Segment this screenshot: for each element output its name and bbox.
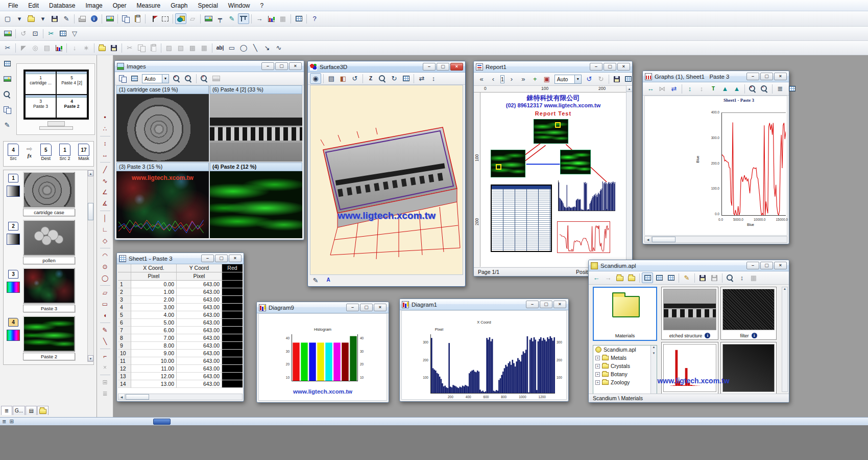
image-panel[interactable]: (6) Paste 4 [2] (33 %) xyxy=(210,85,302,162)
ellipse-measure-tool-icon[interactable]: ◯ xyxy=(100,273,111,283)
prev-page-icon[interactable]: ‹ xyxy=(488,74,499,84)
minimize-button[interactable] xyxy=(423,63,436,71)
layout-cell[interactable]: 5Paste 4 [2] xyxy=(56,71,87,95)
undo-view-icon[interactable]: ↺ xyxy=(349,73,360,84)
report-titlebar[interactable]: Report1 xyxy=(474,61,632,73)
table-row[interactable]: 1413.00643.00 xyxy=(118,380,243,388)
text-overlay-icon[interactable]: A xyxy=(323,275,334,286)
tree-item-metals[interactable]: +Metals xyxy=(593,354,657,362)
scroll-left-icon[interactable]: ◀ xyxy=(118,394,125,400)
roi-probe-icon[interactable]: ✂ xyxy=(2,42,13,53)
diagram1-titlebar[interactable]: Diagram1 xyxy=(400,299,568,310)
new-dropdown-icon[interactable]: ▾ xyxy=(14,13,25,24)
sheet-hscrollbar[interactable]: ◀ xyxy=(118,394,243,400)
maximize-button[interactable] xyxy=(760,262,773,269)
table-row[interactable]: 87.00643.00 xyxy=(118,334,243,342)
arrow-tool-icon[interactable]: ↘ xyxy=(261,42,273,53)
text-tool-icon[interactable]: ab| xyxy=(214,42,226,53)
report-zoom-select[interactable]: Auto xyxy=(554,75,582,84)
close-button[interactable] xyxy=(450,63,463,71)
vertical-distance-tool-icon[interactable]: ↕ xyxy=(100,139,111,149)
first-page-icon[interactable]: « xyxy=(476,74,487,84)
expand-icon[interactable]: + xyxy=(595,372,600,377)
zoom-out-icon[interactable]: − xyxy=(183,73,194,84)
send-to-sheet-icon[interactable]: → xyxy=(254,13,265,24)
report-image-1[interactable] xyxy=(534,119,568,144)
multipoint-tool-icon[interactable]: ∴ xyxy=(100,124,111,134)
inclined-distance-tool-icon[interactable]: ╱ xyxy=(100,165,111,175)
taskbar-list-icon[interactable]: ≣ xyxy=(2,419,6,424)
image-panel[interactable]: (4) Paste 2 (12 %) xyxy=(210,163,302,239)
paste-icon[interactable] xyxy=(132,13,143,24)
flag-marker-icon[interactable] xyxy=(148,13,159,24)
delete-page-icon[interactable]: ▣ xyxy=(541,74,552,84)
report-image-3[interactable] xyxy=(560,150,591,174)
maximize-button[interactable] xyxy=(275,62,288,70)
last-page-icon[interactable]: » xyxy=(518,74,529,84)
palette-icon[interactable]: ◧ xyxy=(337,73,349,84)
archive-item-filter[interactable]: filteri xyxy=(720,287,777,340)
scroll-thumb[interactable] xyxy=(88,203,93,220)
operand-src-2[interactable]: 1Src 2 xyxy=(59,144,70,161)
wand-tool-icon[interactable]: ╲ xyxy=(100,336,111,347)
segmentation-icon[interactable]: ✂ xyxy=(45,28,57,39)
minimize-button[interactable] xyxy=(261,62,274,70)
polygon-tool-icon[interactable]: ▱ xyxy=(100,288,111,298)
minimize-button[interactable] xyxy=(746,262,759,269)
scroll-up-icon[interactable]: ▲ xyxy=(88,170,93,176)
pointer-mode-icon[interactable]: ◉ xyxy=(310,73,321,84)
minimize-button[interactable] xyxy=(201,255,214,262)
gallery-item-paste-3[interactable]: 3Paste 3 xyxy=(4,266,93,314)
info-icon[interactable] xyxy=(88,13,100,24)
mesh-icon[interactable] xyxy=(400,73,412,84)
refresh-icon[interactable] xyxy=(725,272,736,283)
open-file-icon[interactable] xyxy=(26,13,37,24)
maximize-button[interactable] xyxy=(604,63,616,71)
close-button[interactable] xyxy=(774,262,787,269)
data-table-icon[interactable] xyxy=(57,28,68,39)
column-header[interactable]: Red xyxy=(222,264,243,272)
taskbar-grid-icon[interactable]: ⊞ xyxy=(9,419,13,424)
scroll-thumb[interactable] xyxy=(652,237,676,242)
z-scale-icon[interactable]: Z xyxy=(365,73,376,84)
minimize-button[interactable] xyxy=(346,304,359,311)
data-table[interactable]: X Coord.Y CoordRedPixelPixel10.00643.002… xyxy=(118,264,243,394)
image-panel[interactable]: (1) cartridge case (19 %) xyxy=(116,85,209,162)
operand-dest[interactable]: 5Dest xyxy=(40,144,52,161)
menu-item-image[interactable]: Image xyxy=(80,1,107,10)
magnifier-panel-icon[interactable] xyxy=(2,89,13,100)
archive-item-spectrum[interactable] xyxy=(661,342,718,394)
column-header[interactable]: Y Coord xyxy=(177,264,222,272)
worksheet-icon[interactable] xyxy=(293,13,304,24)
overlay-shapes-icon[interactable] xyxy=(175,13,186,24)
surface3d-view[interactable]: www.ligtech.xcom.tw xyxy=(310,85,463,275)
maximize-button[interactable] xyxy=(215,255,228,262)
chevron-down-icon[interactable] xyxy=(574,75,581,83)
sheet-titlebar[interactable]: Sheet1 - Paste 3 xyxy=(117,253,244,264)
archive-vscrollbar[interactable]: ▲ xyxy=(782,287,788,392)
operand-mask[interactable]: 17Mask xyxy=(78,144,89,161)
minimize-button[interactable] xyxy=(590,63,602,71)
close-button[interactable] xyxy=(553,301,566,308)
acquire-image-icon[interactable] xyxy=(2,28,13,39)
column-header[interactable]: X Coord. xyxy=(131,264,177,272)
diagram9-canvas[interactable]: Histogram 40302010 40302010 www.ligtech.… xyxy=(258,313,387,401)
table-row[interactable]: 65.00643.00 xyxy=(118,319,243,327)
diagram1-canvas[interactable]: X Coord Pixel 300200100 300200100 200400… xyxy=(401,310,567,400)
table-row[interactable]: 98.00643.00 xyxy=(118,342,243,350)
table-row[interactable]: 21.00643.00 xyxy=(118,288,243,296)
point-tool-icon[interactable]: • xyxy=(100,112,111,123)
add-page-icon[interactable]: + xyxy=(529,74,541,84)
scroll-down-icon[interactable]: ▼ xyxy=(88,355,93,361)
gallery-scrollbar[interactable]: ▲ ▼ xyxy=(87,170,94,362)
new-folder-icon[interactable] xyxy=(626,272,637,283)
rotate-3d-icon[interactable]: ↻ xyxy=(389,73,400,84)
expand-icon[interactable]: + xyxy=(595,380,600,385)
search-icon[interactable] xyxy=(377,73,388,84)
circle-center-tool-icon[interactable]: ⊙ xyxy=(100,262,111,272)
peak-mark-icon[interactable]: ▲ xyxy=(731,83,742,94)
thumbnail-view-icon[interactable] xyxy=(203,13,214,24)
horizontal-distance-tool-icon[interactable]: ↔ xyxy=(100,150,111,160)
maximize-button[interactable] xyxy=(540,301,552,308)
zoom-query-icon[interactable]: ? xyxy=(199,73,210,84)
